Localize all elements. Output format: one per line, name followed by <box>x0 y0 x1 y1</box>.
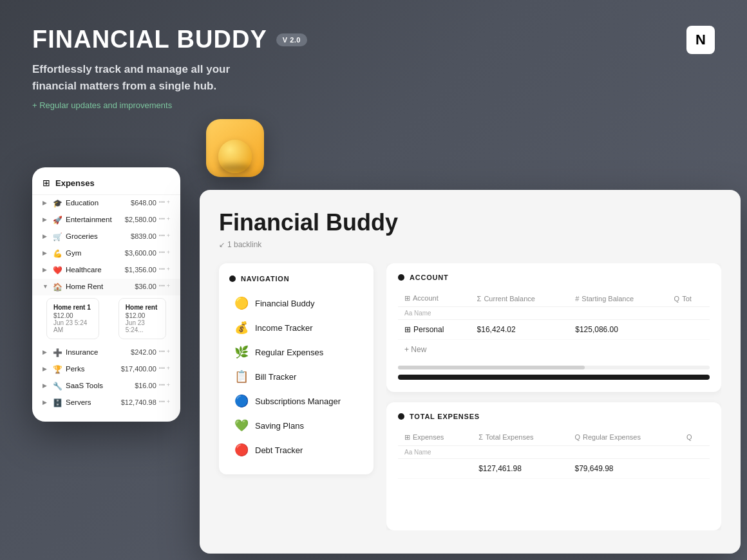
tot-cell <box>668 320 710 340</box>
col-header-starting-balance: #Starting Balance <box>569 290 667 307</box>
row-actions: ••• + <box>159 266 170 272</box>
sidebar-item-subscriptions[interactable]: 🔵 Subscriptions Manager <box>229 389 363 413</box>
expense-amount: $12,740.98 <box>121 398 156 406</box>
expense-name: Gym <box>66 249 122 257</box>
right-panels: ACCOUNT ⊞Account ΣCurrent Balance <box>386 263 721 530</box>
toggle-icon: ▶ <box>43 233 50 239</box>
saving-plans-icon: 💚 <box>234 418 249 433</box>
main-card: Financial Buddy ↙ 1 backlink NAVIGATION … <box>200 190 741 554</box>
expense-amount: $2,580.00 <box>125 216 156 223</box>
list-item: ▶ 💪 Gym $3,600.00 ••• + <box>32 245 180 262</box>
row-actions: ••• + <box>159 382 170 388</box>
col-header-total-expenses: ΣTotal Expenses <box>472 429 568 446</box>
toggle-icon: ▶ <box>43 366 50 372</box>
personal-tag: ⊞ Personal <box>404 325 444 334</box>
category-icon: 🏠 <box>53 283 62 292</box>
account-table: ⊞Account ΣCurrent Balance #Starting Bala… <box>398 290 710 340</box>
sidebar-item-financial-buddy[interactable]: 🟡 Financial Buddy <box>229 292 363 315</box>
nav-item-label: Subscriptions Manager <box>255 397 341 406</box>
version-badge: V 2.0 <box>276 33 307 46</box>
expense-name: Entertainment <box>66 216 122 223</box>
phone-header-title: Expenses <box>55 178 95 188</box>
app-title: FINANCIAL BUDDY <box>32 26 267 53</box>
list-item: ▼ 🏠 Home Rent $36.00 ••• + <box>32 279 180 295</box>
sub-card-date: Jun 23 5:24... <box>126 319 159 333</box>
col-header-extra: Q <box>680 429 710 446</box>
sub-card-amount: $12.00 <box>126 312 159 319</box>
sidebar-item-regular-expenses[interactable]: 🌿 Regular Expenses <box>229 341 363 364</box>
subscriptions-icon: 🔵 <box>234 394 249 408</box>
nav-item-label: Saving Plans <box>255 421 304 431</box>
header: FINANCIAL BUDDY V 2.0 Effortlessly track… <box>32 26 715 110</box>
list-item: ▶ 🗄️ Servers $12,740.98 ••• + <box>32 395 180 411</box>
expense-name: Healthcare <box>66 266 122 274</box>
toggle-icon: ▼ <box>43 283 50 290</box>
expense-amount: $17,400.00 <box>121 365 156 373</box>
expense-amount: $648.00 <box>131 199 156 207</box>
backlink-text: 1 backlink <box>227 240 261 249</box>
col-subheader-extra <box>680 445 710 458</box>
notion-icon[interactable]: N <box>686 26 715 54</box>
expense-name: Servers <box>66 398 118 406</box>
sub-card-title: Home rent <box>126 304 159 311</box>
bill-tracker-icon: 📋 <box>234 369 249 384</box>
sub-card-title: Home rent 1 <box>53 304 92 311</box>
sidebar-item-bill-tracker[interactable]: 📋 Bill Tracker <box>229 365 363 388</box>
regular-expenses-icon: 🌿 <box>234 345 249 359</box>
expense-name: Education <box>66 199 128 207</box>
personal-icon: ⊞ <box>404 325 411 334</box>
nav-item-label: Debt Tracker <box>255 445 303 455</box>
financial-buddy-icon: 🟡 <box>234 296 249 310</box>
total-expenses-cell: $127,461.98 <box>472 458 568 478</box>
panel-dot <box>398 274 404 281</box>
table-row: ⊞ Personal $16,424.02 $125,086.00 <box>398 320 710 340</box>
col-subheader-name: Aa Name <box>398 307 471 320</box>
nav-item-label: Income Tracker <box>255 323 313 333</box>
expenses-name-cell <box>398 458 472 478</box>
list-item: ▶ 🎓 Education $648.00 ••• + <box>32 195 180 212</box>
row-actions: ••• + <box>159 398 170 405</box>
col-header-current-balance: ΣCurrent Balance <box>471 290 569 307</box>
sidebar-item-saving-plans[interactable]: 💚 Saving Plans <box>229 414 363 437</box>
account-panel: ACCOUNT ⊞Account ΣCurrent Balance <box>386 263 721 392</box>
expense-amount: $1,356.00 <box>125 266 156 274</box>
col-subheader-regular <box>568 445 679 458</box>
list-item: ▶ 🏆 Perks $17,400.00 ••• + <box>32 361 180 378</box>
toggle-icon: ▶ <box>43 250 50 256</box>
notion-label: N <box>695 32 706 48</box>
expense-amount: $16.00 <box>135 382 156 389</box>
category-icon: 🛒 <box>53 232 62 241</box>
expense-name: Home Rent <box>66 283 132 290</box>
backlink[interactable]: ↙ 1 backlink <box>219 240 721 249</box>
nav-section-title: NAVIGATION <box>241 275 289 283</box>
list-item: ▶ ❤️ Healthcare $1,356.00 ••• + <box>32 262 180 279</box>
scrollbar-track <box>398 366 710 369</box>
expenses-table: ⊞Expenses ΣTotal Expenses QRegular Expen… <box>398 429 710 479</box>
row-actions: ••• + <box>159 365 170 371</box>
col-subheader-name: Aa Name <box>398 445 472 458</box>
add-new-button[interactable]: + New <box>398 340 710 359</box>
panel-dot <box>398 413 404 420</box>
starting-balance-cell: $125,086.00 <box>569 320 667 340</box>
expense-name: SaaS Tools <box>66 382 132 389</box>
expense-name: Groceries <box>66 232 128 240</box>
category-icon: 🗄️ <box>53 398 62 407</box>
sidebar-item-income-tracker[interactable]: 💰 Income Tracker <box>229 316 363 339</box>
expense-name: Insurance <box>66 348 128 356</box>
sidebar-item-debt-tracker[interactable]: 🔴 Debt Tracker <box>229 438 363 462</box>
category-icon: 🏆 <box>53 365 62 374</box>
scrollbar-thumb <box>398 366 585 369</box>
row-actions: ••• + <box>159 199 170 205</box>
nav-item-label: Financial Buddy <box>255 299 315 308</box>
sub-card: Home rent $12.00 Jun 23 5:24... <box>118 298 166 339</box>
backlink-icon: ↙ <box>219 241 225 249</box>
account-name-cell: ⊞ Personal <box>398 320 471 340</box>
account-table-container: ⊞Account ΣCurrent Balance #Starting Bala… <box>398 290 710 359</box>
table-icon: ⊞ <box>404 433 410 441</box>
col-subheader-tot <box>668 307 710 320</box>
search-icon-2: Q <box>686 433 692 441</box>
toggle-icon: ▶ <box>43 349 50 355</box>
row-actions: ••• + <box>159 348 170 355</box>
list-item: ▶ 🔧 SaaS Tools $16.00 ••• + <box>32 378 180 395</box>
title-row: FINANCIAL BUDDY V 2.0 <box>32 26 715 53</box>
